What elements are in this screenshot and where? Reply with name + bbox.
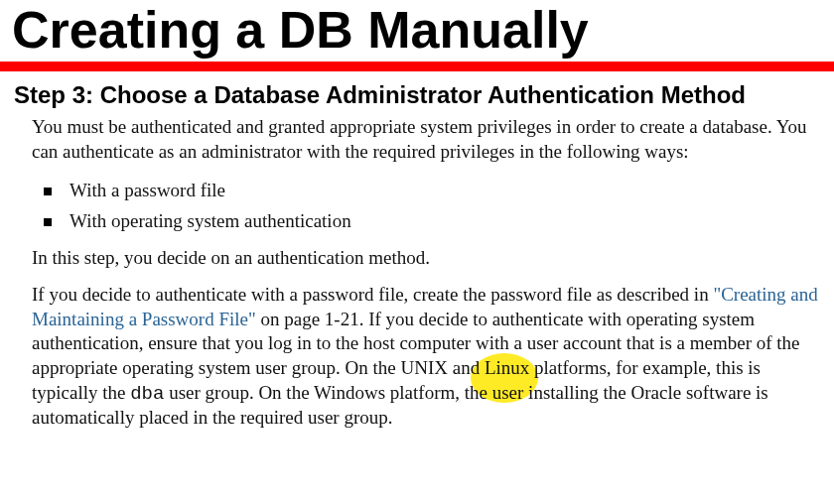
text-run: If you decide to authenticate with a pas… xyxy=(32,284,713,305)
decide-paragraph: In this step, you decide on an authentic… xyxy=(32,246,820,271)
list-item: With a password file xyxy=(44,176,820,205)
highlight-text: Linux xyxy=(485,357,529,378)
slide: Creating a DB Manually Step 3: Choose a … xyxy=(0,0,834,504)
intro-paragraph: You must be authenticated and granted ap… xyxy=(32,115,820,164)
slide-title: Creating a DB Manually xyxy=(12,0,834,56)
list-item: With operating system authentication xyxy=(44,206,820,236)
details-paragraph: If you decide to authenticate with a pas… xyxy=(32,283,820,431)
slide-body: Step 3: Choose a Database Administrator … xyxy=(0,71,834,431)
highlight-linux: Linux xyxy=(485,357,529,378)
step-heading: Step 3: Choose a Database Administrator … xyxy=(14,81,820,109)
dba-code: dba xyxy=(130,383,164,405)
red-divider xyxy=(0,62,834,71)
auth-methods-list: With a password file With operating syst… xyxy=(44,176,820,236)
